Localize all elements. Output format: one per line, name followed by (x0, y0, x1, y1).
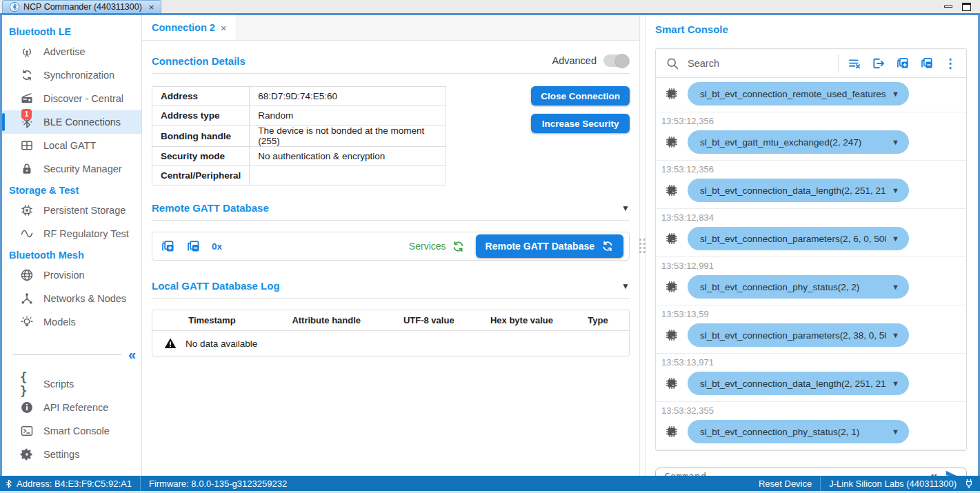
collapse-all-icon[interactable] (186, 239, 201, 254)
wave-icon (20, 227, 34, 241)
sidebar-item-label: Advertise (43, 46, 85, 57)
sidebar-item-security-manager[interactable]: Security Manager (2, 157, 141, 181)
event-chip-icon (664, 279, 679, 294)
sidebar-item-label: BLE Connections (43, 117, 121, 128)
expand-all-icon[interactable] (161, 239, 175, 254)
console-search-row: ⋮ (656, 49, 966, 78)
event-text: sl_bt_evt_connection_phy_status(2, 1) (700, 427, 886, 437)
detail-value (250, 166, 446, 185)
detail-row: Address typeRandom (152, 106, 446, 125)
sidebar-item-settings[interactable]: Settings (2, 443, 141, 466)
detail-label: Bonding handle (152, 125, 250, 147)
chevron-down-icon: ▼ (892, 138, 899, 146)
services-refresh-icon[interactable] (452, 240, 465, 253)
sidebar-item-local-gatt[interactable]: Local GATT (2, 134, 141, 157)
sidebar-item-label: Synchronization (43, 70, 114, 81)
sidebar-item-synchronization[interactable]: Synchronization (2, 63, 141, 87)
connection-details-table: Address68:D7:9D:74:E5:60Address typeRand… (152, 86, 446, 185)
event-pill-dropdown[interactable]: sl_bt_evt_connection_remote_used_feature… (688, 82, 909, 105)
more-options-icon[interactable]: ⋮ (944, 57, 957, 70)
event-pill-dropdown[interactable]: sl_bt_evt_connection_data_length(2, 251,… (688, 179, 909, 202)
local-gatt-caret-icon[interactable]: ▼ (621, 281, 630, 291)
expand-all-icon[interactable] (896, 57, 910, 70)
sidebar-section-header: Bluetooth LE (2, 22, 141, 40)
smart-console-panel: Smart Console ⋮ sl_bt_evt_connection_rem… (646, 15, 978, 476)
window-close-icon[interactable]: × (149, 2, 154, 12)
event-chip-icon (664, 231, 679, 246)
sidebar-item-scripts[interactable]: { }Scripts (2, 372, 141, 396)
tab-close-icon[interactable]: × (221, 22, 227, 34)
tabstrip: Connection 2 × (142, 15, 639, 41)
lock-icon (20, 162, 34, 176)
increase-security-button[interactable]: Increase Security (531, 114, 630, 133)
splitter-grip-icon (639, 239, 646, 253)
sidebar-item-discover-central[interactable]: Discover - Central (2, 87, 141, 110)
window-tab[interactable]: NCP Commander (440311300) × (2, 0, 161, 13)
sidebar: Bluetooth LEAdvertiseSynchronizationDisc… (2, 15, 142, 476)
maximize-button[interactable] (962, 3, 971, 11)
remote-gatt-toolbar: 0x Services Remote GATT Database (152, 232, 630, 261)
globe-icon (20, 268, 34, 282)
clear-log-icon[interactable] (848, 57, 861, 70)
event-pill-dropdown[interactable]: sl_bt_evt_connection_parameters(2, 38, 0… (688, 323, 909, 347)
remote-gatt-refresh-button[interactable]: Remote GATT Database (476, 234, 623, 258)
log-timestamp: 13:53:12,834 (656, 209, 966, 223)
collapse-all-icon[interactable] (920, 57, 934, 70)
remote-gatt-title: Remote GATT Database (152, 202, 269, 214)
sidebar-item-label: Networks & Nodes (43, 293, 126, 304)
sidebar-item-provision[interactable]: Provision (2, 263, 141, 287)
sidebar-item-models[interactable]: Models (2, 310, 141, 334)
sidebar-item-rf-regulatory-test[interactable]: RF Regulatory Test (2, 222, 141, 245)
event-pill-dropdown[interactable]: sl_bt_evt_connection_phy_status(2, 2)▼ (688, 275, 909, 299)
event-chip-icon (664, 328, 679, 343)
event-text: sl_bt_evt_connection_remote_used_feature… (700, 89, 886, 99)
sidebar-item-api-reference[interactable]: API Reference (2, 396, 141, 419)
detail-label: Central/Peripheral (152, 166, 250, 185)
advanced-label: Advanced (552, 55, 597, 66)
event-pill-dropdown[interactable]: sl_bt_evt_connection_data_length(2, 251,… (688, 372, 909, 395)
sidebar-item-networks-nodes[interactable]: Networks & Nodes (2, 287, 141, 310)
event-pill-dropdown[interactable]: sl_bt_evt_connection_phy_status(2, 1)▼ (688, 420, 909, 443)
tab-connection-2[interactable]: Connection 2 × (142, 15, 237, 40)
console-log-entry: 13:53:12,991sl_bt_evt_connection_phy_sta… (656, 257, 966, 305)
adapter-label[interactable]: J-Link Silicon Labs (440311300) (829, 479, 957, 489)
log-column-header: UTF-8 value (381, 315, 477, 325)
search-input[interactable] (688, 58, 838, 69)
broadcast-icon (20, 45, 34, 59)
hex-toggle[interactable]: 0x (212, 241, 222, 252)
bluetooth-icon: 1 (20, 115, 34, 129)
gear-icon (20, 447, 34, 461)
log-column-header: Hex byte value (477, 315, 567, 325)
event-pill-dropdown[interactable]: sl_bt_evt_gatt_mtu_exchanged(2, 247)▼ (688, 130, 909, 154)
chevron-down-icon: ▼ (892, 379, 899, 388)
search-icon (666, 57, 679, 70)
sidebar-item-smart-console[interactable]: Smart Console (2, 419, 141, 443)
sidebar-item-persistent-storage[interactable]: Persistent Storage (2, 199, 141, 222)
event-pill-dropdown[interactable]: sl_bt_evt_connection_parameters(2, 6, 0,… (688, 227, 909, 250)
event-text: sl_bt_evt_connection_parameters(2, 38, 0… (700, 330, 886, 341)
sidebar-item-ble-connections[interactable]: 1BLE Connections (2, 110, 141, 134)
detail-row: Security modeNo authentication & encrypt… (152, 147, 446, 166)
export-log-icon[interactable] (872, 57, 886, 70)
local-gatt-log-table: TimestampAttribute handleUTF-8 valueHex … (152, 310, 630, 356)
smart-console-title: Smart Console (655, 23, 967, 35)
remote-gatt-caret-icon[interactable]: ▼ (621, 203, 630, 213)
event-chip-icon (664, 424, 679, 439)
sidebar-item-advertise[interactable]: Advertise (2, 40, 141, 63)
terminal-icon (20, 424, 34, 438)
event-text: sl_bt_evt_connection_data_length(2, 251,… (700, 185, 886, 196)
event-text: sl_bt_evt_connection_data_length(2, 251,… (700, 379, 886, 389)
sidebar-item-label: Persistent Storage (43, 205, 126, 216)
reset-device-button[interactable]: Reset Device (759, 479, 812, 489)
advanced-toggle[interactable] (603, 54, 630, 67)
log-timestamp: 13:53:12,356 (656, 161, 966, 174)
panel-splitter[interactable] (639, 15, 646, 476)
adapter-pin-icon[interactable] (965, 476, 980, 491)
sidebar-collapse-icon[interactable]: « (128, 348, 136, 361)
close-connection-button[interactable]: Close Connection (531, 86, 630, 105)
console-box: ⋮ sl_bt_evt_connection_remote_used_featu… (655, 48, 967, 451)
sidebar-item-label: Local GATT (43, 140, 96, 151)
event-text: sl_bt_evt_connection_parameters(2, 6, 0,… (700, 234, 886, 244)
warning-icon (163, 336, 177, 350)
minimize-button[interactable] (944, 6, 952, 8)
